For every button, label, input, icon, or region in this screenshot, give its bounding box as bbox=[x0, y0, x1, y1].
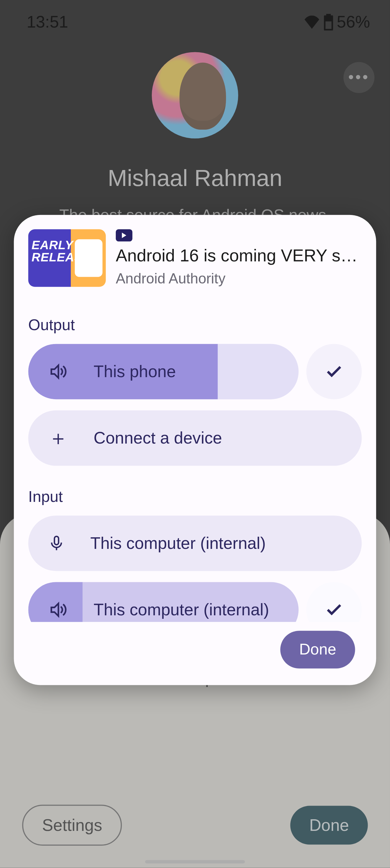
battery-icon bbox=[324, 14, 333, 30]
speaker-icon bbox=[48, 362, 67, 381]
youtube-icon bbox=[116, 229, 132, 241]
media-source: Android Authority bbox=[116, 270, 360, 287]
output-this-phone-slider[interactable]: This phone bbox=[28, 344, 299, 399]
connect-device-button[interactable]: ＋ Connect a device bbox=[28, 410, 362, 466]
plus-icon: ＋ bbox=[48, 425, 68, 452]
mic-icon bbox=[48, 535, 65, 552]
nav-handle[interactable] bbox=[145, 860, 245, 863]
connect-device-label: Connect a device bbox=[94, 429, 222, 447]
input-selected-check[interactable] bbox=[306, 582, 362, 622]
media-thumbnail: EARLYRELEASE bbox=[28, 229, 106, 287]
output-selected-check[interactable] bbox=[306, 344, 362, 399]
input-item-1[interactable]: This computer (internal) bbox=[28, 516, 362, 571]
wifi-icon bbox=[303, 16, 320, 29]
check-icon bbox=[325, 600, 343, 619]
status-bar: 13:51 56% bbox=[0, 0, 390, 44]
sheet-done-button[interactable]: Done bbox=[291, 806, 368, 845]
output-this-phone-label: This phone bbox=[94, 362, 176, 381]
media-title: Android 16 is coming VERY soon, MU… bbox=[116, 246, 360, 266]
settings-button[interactable]: Settings bbox=[22, 805, 122, 846]
output-section-title: Output bbox=[28, 316, 362, 334]
input-item-2-slider[interactable]: This computer (internal) bbox=[28, 582, 299, 622]
more-button[interactable]: ••• bbox=[343, 62, 374, 93]
input-item-2-label: This computer (internal) bbox=[94, 600, 269, 619]
input-item-1-label: This computer (internal) bbox=[90, 534, 266, 553]
speaker-icon bbox=[48, 600, 67, 619]
dialog-done-button[interactable]: Done bbox=[280, 631, 355, 669]
media-output-dialog: EARLYRELEASE Android 16 is coming VERY s… bbox=[14, 215, 376, 685]
now-playing-row[interactable]: EARLYRELEASE Android 16 is coming VERY s… bbox=[28, 229, 362, 287]
avatar bbox=[152, 52, 238, 138]
contact-name: Mishaal Rahman bbox=[108, 165, 282, 192]
battery-text: 56% bbox=[337, 13, 370, 32]
contact-header: Mishaal Rahman The best source for Andro… bbox=[0, 44, 390, 224]
check-icon bbox=[325, 362, 343, 381]
input-section-title: Input bbox=[28, 488, 362, 506]
status-time: 13:51 bbox=[27, 13, 68, 32]
